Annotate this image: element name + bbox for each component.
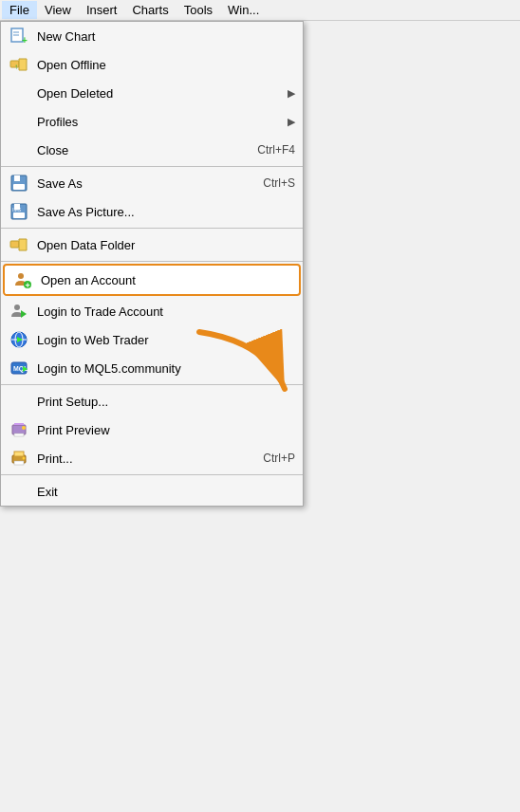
open-deleted-arrow: ▶	[288, 87, 295, 100]
svg-rect-10	[22, 176, 24, 180]
svg-point-18	[18, 273, 24, 279]
menu-item-open-offline[interactable]: ↑ Open Offline	[1, 50, 303, 79]
file-menu: + New Chart ↑ Open Offline Open Deleted …	[0, 21, 304, 507]
open-data-folder-label: Open Data Folder	[33, 238, 295, 252]
separator-3	[1, 261, 303, 262]
open-data-folder-icon	[5, 234, 33, 255]
svg-text:+: +	[22, 35, 28, 46]
menu-item-close[interactable]: Close Ctrl+F4	[1, 136, 303, 164]
menu-item-open-data-folder[interactable]: Open Data Folder	[1, 231, 303, 259]
open-deleted-label: Open Deleted	[33, 86, 288, 101]
svg-marker-17	[19, 239, 27, 250]
menu-tools[interactable]: Tools	[176, 1, 220, 19]
new-chart-label: New Chart	[33, 29, 295, 44]
separator-4	[1, 384, 303, 385]
login-web-label: Login to Web Trader	[33, 333, 295, 347]
svg-text:IMG: IMG	[12, 207, 22, 212]
print-icon	[5, 448, 33, 469]
svg-rect-16	[10, 241, 19, 248]
svg-rect-9	[13, 184, 25, 190]
profiles-label: Profiles	[33, 115, 288, 129]
save-as-label: Save As	[33, 176, 244, 191]
menu-view[interactable]: View	[37, 1, 79, 19]
open-account-icon: +	[9, 269, 37, 290]
save-as-picture-label: Save As Picture...	[33, 205, 295, 219]
print-setup-icon	[5, 391, 33, 412]
menu-item-exit[interactable]: Exit	[1, 477, 303, 506]
print-shortcut: Ctrl+P	[244, 452, 295, 465]
svg-rect-35	[14, 452, 24, 456]
print-preview-label: Print Preview	[33, 423, 295, 437]
svg-point-37	[23, 457, 26, 460]
save-as-picture-icon: IMG	[5, 201, 33, 222]
menu-item-login-trade[interactable]: Login to Trade Account	[1, 297, 303, 325]
svg-rect-31	[14, 423, 24, 425]
menu-item-open-deleted[interactable]: Open Deleted ▶	[1, 79, 303, 107]
save-as-shortcut: Ctrl+S	[244, 176, 295, 190]
profiles-icon	[5, 111, 33, 132]
menu-item-login-web[interactable]: Login to Web Trader	[1, 325, 303, 354]
svg-rect-32	[14, 434, 24, 436]
menu-item-profiles[interactable]: Profiles ▶	[1, 107, 303, 136]
menu-insert[interactable]: Insert	[79, 1, 125, 19]
new-chart-icon: +	[5, 26, 33, 46]
menu-charts[interactable]: Charts	[124, 1, 176, 19]
login-trade-label: Login to Trade Account	[33, 304, 295, 319]
svg-point-21	[14, 304, 20, 310]
exit-label: Exit	[33, 485, 295, 499]
login-web-icon	[5, 329, 33, 350]
exit-icon	[5, 481, 33, 502]
menu-item-open-account[interactable]: + Open an Account	[3, 264, 301, 296]
svg-marker-5	[19, 59, 27, 70]
menu-item-new-chart[interactable]: + New Chart	[1, 22, 303, 50]
print-preview-icon	[5, 419, 33, 440]
open-deleted-icon	[5, 83, 33, 103]
menu-item-print-preview[interactable]: Print Preview	[1, 415, 303, 444]
close-icon	[5, 139, 33, 160]
menu-item-save-as[interactable]: Save As Ctrl+S	[1, 169, 303, 197]
menu-window[interactable]: Win...	[220, 1, 267, 19]
svg-marker-22	[21, 310, 27, 318]
open-offline-label: Open Offline	[33, 58, 295, 72]
menu-item-print-setup[interactable]: Print Setup...	[1, 387, 303, 415]
menu-item-print[interactable]: Print... Ctrl+P	[1, 444, 303, 472]
svg-rect-13	[13, 212, 25, 218]
print-setup-label: Print Setup...	[33, 395, 295, 409]
open-offline-icon: ↑	[5, 54, 33, 75]
svg-text:+: +	[26, 281, 30, 290]
profiles-arrow: ▶	[288, 116, 295, 128]
close-label: Close	[33, 143, 238, 157]
menu-item-login-mql5[interactable]: MQL Login to MQL5.community	[1, 354, 303, 382]
menu-item-save-as-picture[interactable]: IMG Save As Picture...	[1, 197, 303, 226]
separator-5	[1, 474, 303, 475]
close-shortcut: Ctrl+F4	[238, 143, 295, 157]
open-account-label: Open an Account	[37, 273, 291, 287]
svg-point-33	[22, 426, 26, 430]
svg-rect-14	[22, 205, 24, 209]
login-trade-icon	[5, 301, 33, 322]
svg-rect-8	[14, 175, 20, 181]
menu-file[interactable]: File	[2, 1, 37, 19]
login-mql5-icon: MQL	[5, 358, 33, 378]
login-mql5-label: Login to MQL5.community	[33, 361, 295, 376]
menubar: File View Insert Charts Tools Win...	[0, 0, 520, 21]
svg-rect-36	[14, 461, 24, 465]
separator-1	[1, 166, 303, 167]
separator-2	[1, 228, 303, 229]
svg-text:↑: ↑	[14, 63, 18, 71]
save-as-icon	[5, 173, 33, 194]
print-label: Print...	[33, 452, 244, 466]
